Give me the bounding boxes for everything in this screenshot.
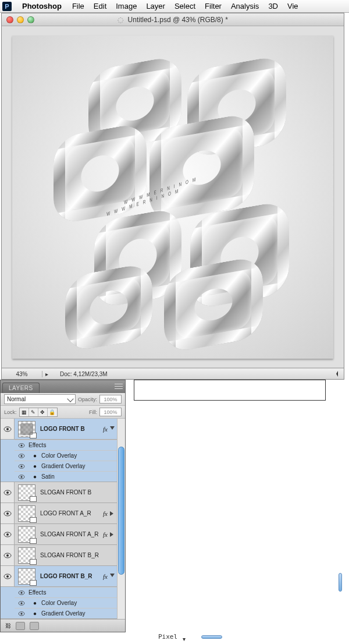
- layer-name[interactable]: SLOGAN FRONT B: [39, 489, 116, 496]
- visibility-toggle[interactable]: [15, 443, 29, 448]
- layer-name[interactable]: SLOGAN FRONT B_R: [39, 552, 116, 558]
- visibility-toggle[interactable]: [15, 454, 29, 458]
- visibility-toggle[interactable]: [15, 611, 29, 616]
- fx-badge[interactable]: fx: [103, 510, 108, 517]
- effect-row[interactable]: ● Satin: [15, 471, 125, 482]
- opacity-field[interactable]: 100%: [99, 395, 122, 404]
- visibility-toggle[interactable]: [1, 545, 15, 565]
- expand-toggle[interactable]: [110, 426, 116, 432]
- layer-thumbnail[interactable]: [18, 505, 35, 522]
- layer-thumbnail[interactable]: [18, 526, 35, 543]
- blend-mode-select[interactable]: Normal: [4, 394, 76, 404]
- layer-name[interactable]: LOGO FRONT A_R: [39, 510, 103, 516]
- visibility-toggle[interactable]: [1, 566, 15, 586]
- layer-row[interactable]: SLOGAN FRONT B: [1, 482, 125, 503]
- close-icon[interactable]: [6, 16, 13, 23]
- visibility-toggle[interactable]: [1, 482, 15, 503]
- unit-dropdown-icon[interactable]: [183, 633, 188, 639]
- effect-row[interactable]: ● Color Overlay: [15, 450, 125, 461]
- expand-toggle[interactable]: [110, 511, 116, 516]
- fx-badge[interactable]: fx: [103, 531, 108, 538]
- svg-point-17: [6, 554, 9, 557]
- effects-group: Effects ● Color Overlay ● Gradient Overl…: [1, 440, 125, 482]
- minimize-icon[interactable]: [17, 16, 24, 23]
- zoom-field[interactable]: 43%: [2, 371, 42, 377]
- visibility-toggle[interactable]: [15, 475, 29, 479]
- lock-all-icon[interactable]: 🔒: [48, 408, 57, 416]
- layer-name[interactable]: SLOGAN FRONT A_R: [39, 531, 103, 537]
- visibility-toggle[interactable]: [15, 464, 29, 469]
- svg-point-7: [20, 465, 22, 467]
- effect-row[interactable]: ● Gradient Overlay: [15, 461, 125, 471]
- menu-3d[interactable]: 3D: [268, 2, 278, 10]
- svg-point-1: [6, 428, 9, 430]
- workspace-background: Pixel: [126, 380, 349, 644]
- layer-thumbnail[interactable]: [18, 568, 35, 585]
- layer-thumbnail[interactable]: [18, 484, 35, 501]
- menu-edit[interactable]: Edit: [94, 2, 106, 10]
- layer-thumbnail[interactable]: [18, 421, 35, 437]
- menu-select[interactable]: Select: [174, 2, 195, 10]
- bullet-icon: ●: [29, 610, 41, 617]
- fill-field[interactable]: 100%: [99, 408, 122, 416]
- document-statusbar: 43% ▸ Doc: 4,12M/23,3M: [2, 368, 344, 379]
- zoom-icon[interactable]: [27, 16, 34, 23]
- horizontal-scrollbar-thumb[interactable]: [201, 635, 222, 639]
- fx-badge[interactable]: fx: [103, 426, 108, 433]
- panel-menu-icon[interactable]: [115, 383, 123, 390]
- layer-thumbnail[interactable]: [18, 547, 35, 564]
- layers-list: LOGO FRONT B fx Effects ● Color Overlay …: [1, 419, 125, 619]
- lock-position-icon[interactable]: ✥: [38, 408, 48, 416]
- layer-name[interactable]: LOGO FRONT B_R: [39, 573, 103, 579]
- canvas-area[interactable]: WWWMERNINOM WWWMERNINOM: [2, 26, 344, 368]
- chevron-down-icon: [67, 395, 73, 402]
- layer-row[interactable]: SLOGAN FRONT A_R fx: [1, 524, 125, 545]
- smart-object-icon: [30, 433, 37, 438]
- add-mask-icon[interactable]: [30, 622, 39, 630]
- expand-toggle[interactable]: [110, 574, 116, 579]
- lock-transparency-icon[interactable]: ▦: [20, 408, 29, 416]
- visibility-toggle[interactable]: [15, 601, 29, 606]
- scrollbar-thumb[interactable]: [118, 447, 124, 575]
- menu-filter[interactable]: Filter: [205, 2, 222, 10]
- effect-name: Color Overlay: [41, 600, 125, 606]
- layer-row[interactable]: LOGO FRONT B_R fx: [1, 566, 125, 587]
- menu-view[interactable]: Vie: [287, 2, 298, 10]
- app-name[interactable]: Photoshop: [22, 2, 62, 10]
- menu-image[interactable]: Image: [116, 2, 137, 10]
- layer-row[interactable]: LOGO FRONT A_R fx: [1, 503, 125, 524]
- effect-name: Gradient Overlay: [41, 463, 125, 469]
- menu-file[interactable]: File: [72, 2, 84, 10]
- visibility-toggle[interactable]: [1, 419, 15, 439]
- window-titlebar[interactable]: ◌ Untitled-1.psd @ 43% (RGB/8) *: [2, 13, 344, 26]
- mac-menubar: P Photoshop File Edit Image Layer Select…: [0, 0, 349, 13]
- menu-layer[interactable]: Layer: [146, 2, 165, 10]
- link-layers-icon[interactable]: ⛓: [5, 622, 11, 629]
- add-style-icon[interactable]: [16, 622, 25, 630]
- expand-toggle[interactable]: [110, 532, 116, 537]
- tab-layers[interactable]: LAYERS: [2, 383, 40, 393]
- effect-name: Gradient Overlay: [41, 610, 125, 617]
- visibility-toggle[interactable]: [15, 590, 29, 595]
- effect-row[interactable]: ● Gradient Overlay: [15, 608, 125, 618]
- layer-name[interactable]: LOGO FRONT B: [39, 426, 103, 432]
- vertical-scrollbar-thumb[interactable]: [339, 573, 342, 592]
- effects-label: Effects: [29, 442, 125, 448]
- layer-row[interactable]: SLOGAN FRONT B_R: [1, 545, 125, 566]
- effect-row[interactable]: ● Color Overlay: [15, 597, 125, 608]
- fx-badge[interactable]: fx: [103, 573, 108, 580]
- svg-point-11: [6, 491, 9, 494]
- bullet-icon: ●: [29, 463, 41, 469]
- effects-header[interactable]: Effects: [15, 440, 125, 450]
- effects-header[interactable]: Effects: [15, 587, 125, 597]
- statusbar-arrow-icon[interactable]: [334, 371, 338, 377]
- canvas[interactable]: WWWMERNINOM WWWMERNINOM: [12, 36, 333, 359]
- visibility-toggle[interactable]: [1, 524, 15, 544]
- statusbar-caret-icon[interactable]: ▸: [42, 371, 51, 377]
- layers-scrollbar[interactable]: [117, 419, 125, 619]
- lock-paint-icon[interactable]: ✎: [29, 408, 38, 416]
- menu-analysis[interactable]: Analysis: [231, 2, 259, 10]
- visibility-toggle[interactable]: [1, 503, 15, 523]
- layer-row[interactable]: LOGO FRONT B fx: [1, 419, 125, 440]
- lock-fill-row: Lock: ▦ ✎ ✥ 🔒 Fill: 100%: [1, 406, 125, 419]
